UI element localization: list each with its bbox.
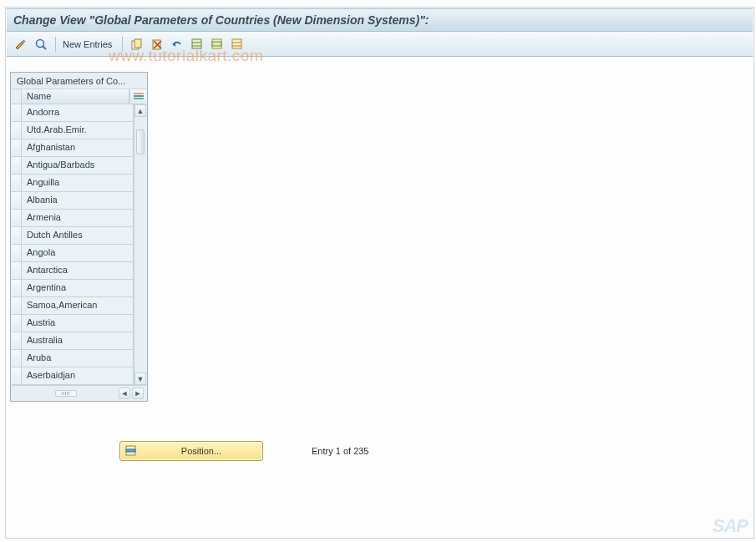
cell-name[interactable]: Dutch Antilles (22, 227, 134, 244)
country-table-panel: Global Parameters of Co... Name Andorra … (10, 72, 148, 402)
row-selector[interactable] (12, 245, 22, 261)
table-row[interactable]: Antigua/Barbads (12, 157, 134, 175)
row-selector[interactable] (12, 367, 22, 384)
svg-rect-14 (232, 39, 241, 48)
scroll-thumb[interactable] (136, 129, 145, 154)
table-body: Andorra Utd.Arab.Emir. Afghanistan Antig… (12, 104, 146, 385)
column-header-name[interactable]: Name (22, 89, 129, 104)
details-icon[interactable] (33, 37, 48, 52)
row-selector[interactable] (12, 192, 22, 209)
position-button[interactable]: Position... (119, 441, 263, 461)
cell-name[interactable]: Afghanistan (22, 139, 134, 156)
row-selector-header[interactable] (12, 89, 22, 104)
svg-rect-13 (212, 42, 221, 46)
toolbar: New Entries (7, 32, 753, 57)
row-selector[interactable] (12, 332, 22, 349)
entry-status: Entry 1 of 235 (312, 446, 369, 456)
config-icon (134, 93, 144, 101)
table-row[interactable]: Afghanistan (12, 139, 134, 157)
cell-name[interactable]: Australia (22, 332, 134, 349)
row-selector[interactable] (12, 315, 22, 332)
position-icon (125, 445, 137, 457)
copy-icon[interactable] (129, 37, 145, 52)
toggle-display-change-icon[interactable] (13, 37, 28, 52)
undo-icon[interactable] (170, 37, 185, 52)
row-selector[interactable] (12, 297, 22, 314)
table-row[interactable]: Albania (12, 192, 134, 210)
table-row[interactable]: Austria (12, 315, 134, 332)
cell-name[interactable]: Angola (22, 245, 134, 261)
title-bar: Change View "Global Parameters of Countr… (7, 8, 753, 32)
table-row[interactable]: Utd.Arab.Emir. (12, 122, 134, 139)
row-selector[interactable] (12, 139, 22, 156)
cell-name[interactable]: Aserbaidjan (22, 367, 134, 384)
toolbar-separator (122, 37, 123, 52)
row-selector[interactable] (12, 157, 22, 174)
svg-line-2 (43, 46, 46, 49)
cell-name[interactable]: Antarctica (22, 262, 134, 279)
scroll-left-button[interactable]: ◄ (119, 388, 130, 399)
column-resize-handle[interactable] (14, 390, 117, 397)
scroll-up-icon[interactable]: ▲ (134, 104, 146, 117)
svg-rect-9 (192, 39, 201, 48)
select-all-icon[interactable] (190, 37, 205, 52)
cell-name[interactable]: Armenia (22, 210, 134, 226)
vertical-scrollbar[interactable]: ▲ ▼ (134, 104, 146, 385)
table-row[interactable]: Anguilla (12, 175, 134, 192)
toolbar-separator (55, 37, 56, 52)
table-row[interactable]: Argentina (12, 280, 134, 297)
new-entries-button[interactable]: New Entries (63, 39, 112, 49)
svg-rect-18 (126, 449, 135, 452)
sap-logo: SAP (713, 515, 748, 537)
row-selector[interactable] (12, 280, 22, 296)
cell-name[interactable]: Anguilla (22, 175, 134, 191)
table-header: Name (12, 89, 146, 104)
cell-name[interactable]: Andorra (22, 104, 134, 121)
row-selector[interactable] (12, 210, 22, 226)
table-row[interactable]: Samoa,American (12, 297, 134, 315)
row-selector[interactable] (12, 262, 22, 279)
row-selector[interactable] (12, 227, 22, 244)
cell-name[interactable]: Antigua/Barbads (22, 157, 134, 174)
row-selector[interactable] (12, 175, 22, 191)
cell-name[interactable]: Aruba (22, 350, 134, 367)
svg-marker-8 (172, 42, 175, 47)
table-row[interactable]: Armenia (12, 210, 134, 227)
cell-name[interactable]: Albania (22, 192, 134, 209)
scroll-down-icon[interactable]: ▼ (134, 372, 146, 385)
table-row[interactable]: Andorra (12, 104, 134, 122)
table-rows: Andorra Utd.Arab.Emir. Afghanistan Antig… (12, 104, 134, 385)
row-selector[interactable] (12, 122, 22, 139)
table-row[interactable]: Aserbaidjan (12, 367, 134, 385)
svg-rect-4 (134, 39, 141, 48)
cell-name[interactable]: Samoa,American (22, 297, 134, 314)
position-button-label: Position... (145, 446, 257, 456)
delete-icon[interactable] (150, 37, 165, 52)
table-row[interactable]: Antarctica (12, 262, 134, 280)
select-block-icon[interactable] (210, 37, 225, 52)
panel-title: Global Parameters of Co... (12, 73, 146, 89)
cell-name[interactable]: Utd.Arab.Emir. (22, 122, 134, 139)
cell-name[interactable]: Argentina (22, 280, 134, 296)
deselect-all-icon[interactable] (230, 37, 245, 52)
scroll-right-button[interactable]: ► (132, 388, 144, 399)
table-row[interactable]: Dutch Antilles (12, 227, 134, 245)
cell-name[interactable]: Austria (22, 315, 134, 332)
table-row[interactable]: Aruba (12, 350, 134, 367)
table-config-button[interactable] (129, 89, 146, 104)
table-footer: ◄ ► (12, 385, 146, 400)
row-selector[interactable] (12, 104, 22, 121)
row-selector[interactable] (12, 350, 22, 367)
table-row[interactable]: Australia (12, 332, 134, 350)
table-row[interactable]: Angola (12, 245, 134, 262)
page-title: Change View "Global Parameters of Countr… (13, 13, 429, 27)
